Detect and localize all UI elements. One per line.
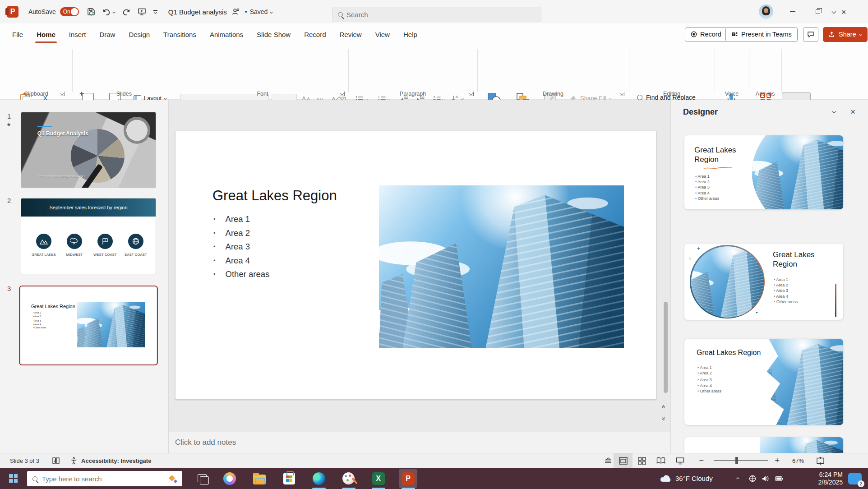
zoom-level[interactable]: 67%: [792, 457, 804, 464]
start-slideshow-icon[interactable]: [138, 8, 146, 16]
start-button[interactable]: [9, 474, 18, 483]
autosave-toggle[interactable]: On: [60, 7, 79, 16]
minimize-button[interactable]: [782, 0, 803, 23]
redo-icon[interactable]: [122, 8, 130, 16]
zoom-slider[interactable]: [714, 460, 768, 461]
slide-1-subtitle: Review and analysis by region for Q1 202…: [37, 175, 85, 177]
plus-decoration-icon: +: [697, 245, 700, 252]
network-icon[interactable]: [749, 475, 756, 482]
mountains-icon: [36, 234, 51, 249]
next-slide-button[interactable]: [662, 416, 665, 420]
slideshow-view-button[interactable]: [670, 453, 689, 468]
document-title[interactable]: Q1 Budget analysis: [168, 8, 227, 16]
slide-1-thumbnail[interactable]: Q1 Budget Analysis Review and analysis b…: [21, 112, 156, 188]
zoom-out-button[interactable]: −: [699, 456, 704, 466]
search-bar[interactable]: [332, 7, 541, 22]
customize-qat-icon[interactable]: [153, 10, 157, 14]
comments-button[interactable]: [803, 27, 818, 42]
taskbar-date: 2/8/2025: [807, 479, 843, 486]
slide-title-text[interactable]: Great Lakes Region: [212, 188, 337, 204]
region-label: MIDWEST: [59, 253, 90, 257]
taskbar-microsoft-store-icon[interactable]: [280, 469, 298, 488]
designer-close-icon[interactable]: ×: [850, 107, 855, 117]
dot-decoration-icon: ●: [756, 310, 758, 314]
slide-sorter-view-button[interactable]: [633, 453, 651, 468]
tab-insert[interactable]: Insert: [62, 23, 93, 45]
taskbar-powerpoint-icon[interactable]: P: [399, 469, 417, 488]
design-suggestion-2[interactable]: + ○ ● Great Lakes Region Area 1 Area 2 A…: [684, 244, 843, 320]
zoom-in-button[interactable]: +: [775, 456, 780, 466]
region-label: EAST COAST: [120, 253, 152, 257]
normal-view-button[interactable]: [614, 453, 633, 468]
notes-pane[interactable]: Click to add notes: [169, 432, 670, 453]
taskbar-search-input[interactable]: [42, 475, 146, 483]
record-button[interactable]: Record: [685, 27, 727, 42]
task-view-button[interactable]: [198, 474, 207, 482]
taskbar: X P 36°F Cloudy 6:24 PM 2/8/2025 2: [0, 468, 868, 489]
tab-animations[interactable]: Animations: [203, 23, 250, 45]
taskbar-excel-icon[interactable]: X: [369, 469, 388, 488]
search-input[interactable]: [346, 11, 536, 18]
slide-3-thumbnail[interactable]: Great Lakes Region Area 1 Area 2 Area 3 …: [21, 287, 156, 364]
autosave-label: AutoSave: [28, 8, 56, 15]
design-suggestion-3[interactable]: Great Lakes Region Area 1 Area 2 Area 3 …: [684, 339, 843, 425]
taskbar-edge-icon[interactable]: [309, 469, 328, 488]
tab-record[interactable]: Record: [297, 23, 332, 45]
editing-group-label: Editing: [629, 91, 715, 97]
present-in-teams-button[interactable]: T Present in Teams: [725, 27, 798, 42]
design-2-photo: [690, 245, 765, 318]
taskbar-copilot-icon[interactable]: [220, 469, 239, 488]
tab-view[interactable]: View: [369, 23, 397, 45]
taskbar-search-box[interactable]: [27, 471, 182, 486]
notification-center-icon[interactable]: 2: [848, 473, 862, 484]
designer-collapse-chevron-icon[interactable]: [832, 109, 836, 114]
tab-file[interactable]: File: [5, 23, 30, 45]
region-label: GREAT LAKES: [28, 253, 60, 257]
spell-check-icon[interactable]: [52, 453, 60, 468]
fit-slide-to-window-icon[interactable]: [816, 453, 825, 468]
clock[interactable]: 6:24 PM 2/8/2025: [807, 471, 843, 486]
taskbar-file-explorer-icon[interactable]: [250, 469, 268, 488]
share-button[interactable]: Share: [823, 27, 868, 42]
weather-widget[interactable]: 36°F Cloudy: [660, 474, 713, 483]
design-suggestion-1[interactable]: Great Lakes Region Area 1 Area 2 Area 3 …: [684, 135, 843, 209]
powerpoint-running-indicator: [402, 488, 415, 489]
tab-review[interactable]: Review: [333, 23, 369, 45]
accessibility-icon[interactable]: [70, 453, 78, 468]
reading-view-button[interactable]: [651, 453, 670, 468]
search-icon: [32, 476, 37, 481]
volume-icon[interactable]: [762, 475, 769, 482]
tab-slide-show[interactable]: Slide Show: [250, 23, 297, 45]
tab-design[interactable]: Design: [122, 23, 157, 45]
accessibility-status[interactable]: Accessibility: Investigate: [81, 457, 151, 464]
hidden-icons-chevron-icon[interactable]: [736, 477, 739, 480]
restore-button[interactable]: [808, 0, 828, 23]
saved-status[interactable]: Saved: [250, 8, 268, 15]
taskbar-paint-icon[interactable]: [339, 469, 358, 488]
search-highlights-icon[interactable]: [169, 475, 177, 483]
tab-help[interactable]: Help: [397, 23, 424, 45]
save-icon[interactable]: [87, 8, 95, 16]
zoom-slider-thumb[interactable]: [735, 457, 738, 464]
undo-icon[interactable]: [102, 8, 115, 16]
battery-icon[interactable]: [775, 476, 783, 481]
notes-icon: [604, 457, 612, 464]
slide-2-thumbnail[interactable]: September sales forecast by region GREAT…: [21, 198, 156, 274]
tab-transitions[interactable]: Transitions: [157, 23, 203, 45]
powerpoint-app-icon[interactable]: P: [7, 6, 18, 18]
design-1-title: Great Lakes Region: [694, 145, 748, 164]
tab-draw[interactable]: Draw: [92, 23, 122, 45]
slide-indicator[interactable]: Slide 3 of 3: [10, 457, 39, 464]
shared-with-me-icon[interactable]: [231, 8, 240, 15]
saved-status-chevron-icon[interactable]: [270, 10, 273, 13]
slide-photo[interactable]: [379, 185, 624, 348]
account-avatar[interactable]: [759, 5, 773, 19]
close-button[interactable]: ×: [833, 0, 854, 23]
vertical-scrollbar[interactable]: [664, 302, 668, 393]
quick-access-toolbar: [87, 8, 157, 16]
tab-home[interactable]: Home: [30, 23, 62, 45]
design-suggestion-4[interactable]: [684, 437, 843, 453]
slide-canvas[interactable]: Great Lakes Region Area 1 Area 2 Area 3 …: [175, 131, 656, 400]
slide-bullet-list[interactable]: Area 1 Area 2 Area 3 Area 4 Other areas: [213, 214, 269, 283]
previous-slide-button[interactable]: [662, 406, 665, 409]
